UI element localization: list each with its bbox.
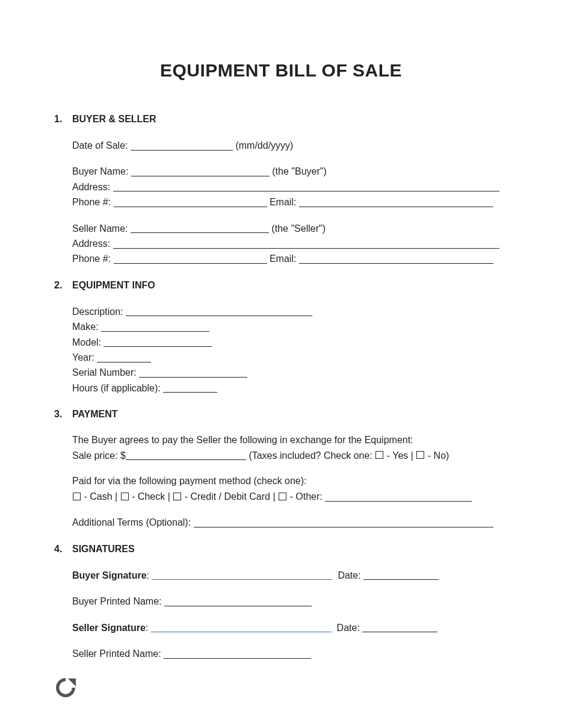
refresh-arrow-icon	[54, 676, 77, 699]
checkbox-cash[interactable]	[73, 493, 81, 500]
checkbox-other[interactable]	[279, 493, 286, 500]
label-buyer-tag: (the "Buyer")	[270, 166, 327, 176]
label-check: - Check |	[129, 491, 173, 502]
section-heading: PAYMENT	[72, 409, 508, 420]
label-description: Description:	[72, 306, 126, 316]
label-paid-via: Paid for via the following payment metho…	[72, 474, 508, 489]
input-seller-phone[interactable]	[114, 253, 267, 264]
input-hours[interactable]	[163, 382, 217, 393]
input-buyer-email[interactable]	[299, 196, 493, 207]
label-buyer-printed: Buyer Printed Name:	[72, 596, 164, 606]
input-seller-signature[interactable]	[151, 622, 332, 633]
label-seller-printed: Seller Printed Name:	[72, 649, 164, 659]
section-heading: BUYER & SELLER	[72, 114, 508, 125]
label-additional-terms: Additional Terms (Optional):	[72, 517, 194, 527]
label-other: - Other:	[287, 491, 325, 502]
checkbox-taxes-yes[interactable]	[375, 451, 383, 459]
input-date-of-sale[interactable]	[131, 140, 233, 151]
label-seller-name: Seller Name:	[72, 223, 131, 233]
input-buyer-sig-date[interactable]	[363, 570, 439, 580]
label-model: Model:	[72, 337, 103, 347]
section-heading: SIGNATURES	[72, 544, 508, 555]
input-other-method[interactable]	[325, 491, 472, 502]
section-buyer-seller: 1. BUYER & SELLER Date of Sale: (mm/dd/y…	[54, 114, 508, 267]
input-buyer-signature[interactable]	[152, 570, 332, 580]
label-serial: Serial Number:	[72, 367, 139, 378]
input-seller-printed[interactable]	[164, 648, 311, 659]
input-buyer-address[interactable]	[113, 181, 499, 192]
section-number: 1.	[54, 114, 72, 267]
input-year[interactable]	[97, 352, 151, 362]
label-hours: Hours (if applicable):	[72, 382, 163, 393]
section-payment: 3. PAYMENT The Buyer agrees to pay the S…	[54, 409, 508, 530]
label-buyer-phone: Phone #:	[72, 197, 114, 207]
label-buyer-name: Buyer Name:	[72, 166, 131, 176]
label-seller-signature: Seller Signature	[72, 622, 146, 632]
input-buyer-phone[interactable]	[114, 196, 267, 207]
document-page: EQUIPMENT BILL OF SALE 1. BUYER & SELLER…	[0, 0, 562, 728]
label-seller-phone: Phone #:	[72, 254, 114, 264]
input-buyer-printed[interactable]	[164, 596, 312, 606]
label-date-of-sale: Date of Sale:	[72, 140, 131, 151]
input-description[interactable]	[126, 306, 312, 317]
label-year: Year:	[72, 352, 97, 362]
input-model[interactable]	[103, 337, 212, 347]
section-number: 2.	[54, 280, 72, 396]
label-seller-email: Email:	[267, 254, 299, 264]
section-equipment-info: 2. EQUIPMENT INFO Description: Make: Mod…	[54, 280, 508, 396]
label-buyer-sig-date: Date:	[338, 570, 363, 580]
label-sale-price: Sale price: $	[72, 450, 126, 460]
hint-date-format: (mm/dd/yyyy)	[233, 140, 293, 151]
input-seller-address[interactable]	[113, 238, 499, 249]
label-make: Make:	[72, 322, 101, 332]
document-title: EQUIPMENT BILL OF SALE	[54, 60, 508, 81]
input-sale-price[interactable]	[126, 450, 246, 461]
checkbox-card[interactable]	[173, 493, 181, 500]
checkbox-taxes-no[interactable]	[416, 451, 424, 459]
input-additional-terms[interactable]	[194, 517, 493, 527]
label-seller-address: Address:	[72, 238, 113, 249]
input-seller-sig-date[interactable]	[362, 622, 437, 633]
input-buyer-name[interactable]	[131, 166, 270, 176]
label-seller-sig-date: Date:	[337, 622, 363, 632]
input-seller-email[interactable]	[299, 253, 493, 264]
section-heading: EQUIPMENT INFO	[72, 280, 508, 291]
label-card: - Credit / Debit Card |	[182, 491, 278, 502]
input-serial[interactable]	[139, 367, 247, 378]
label-buyer-address: Address:	[72, 181, 113, 191]
label-cash: - Cash |	[81, 491, 120, 502]
label-taxes-question: (Taxes included? Check one:	[246, 450, 375, 460]
label-buyer-email: Email:	[267, 197, 299, 207]
text-payment-intro: The Buyer agrees to pay the Seller the f…	[72, 433, 508, 448]
label-buyer-signature: Buyer Signature	[72, 570, 147, 580]
checkbox-check[interactable]	[121, 493, 129, 500]
section-number: 4.	[54, 544, 72, 662]
label-seller-tag: (the "Seller")	[269, 223, 326, 233]
label-taxes-yes: - Yes |	[384, 450, 416, 460]
input-seller-name[interactable]	[131, 223, 269, 234]
label-taxes-no: - No)	[425, 450, 449, 460]
section-signatures: 4. SIGNATURES Buyer Signature: Date: Buy…	[54, 544, 508, 662]
section-number: 3.	[54, 409, 72, 530]
input-make[interactable]	[101, 321, 209, 332]
